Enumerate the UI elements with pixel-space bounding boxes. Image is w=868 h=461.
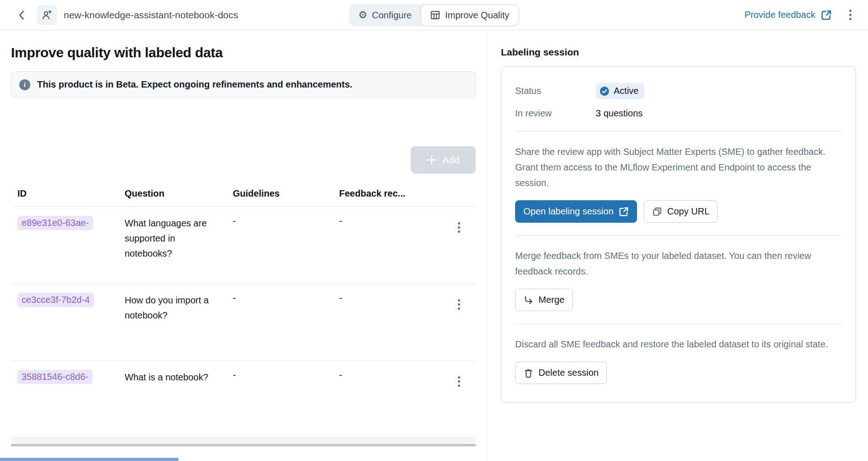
row-feedback: - <box>339 216 448 226</box>
questions-table: ID Question Guidelines Feedback rec... e… <box>11 188 476 446</box>
content-area: Improve quality with labeled data i This… <box>0 30 868 461</box>
status-badge: Active <box>596 83 644 99</box>
table-row[interactable]: e89e31e0-63ae- What languages are suppor… <box>11 207 476 284</box>
agent-icon-chip <box>37 5 57 25</box>
external-link-icon <box>619 207 629 217</box>
divider <box>515 324 842 324</box>
row-question: How do you import a notebook? <box>125 293 233 323</box>
labeling-session-card: Status Active In review 3 questions <box>501 66 856 403</box>
row-guidelines: - <box>233 293 339 303</box>
add-button[interactable]: Add <box>411 146 476 174</box>
provide-feedback-label: Provide feedback <box>744 10 815 20</box>
row-id-link[interactable]: ce3cce3f-7b2d-4 <box>17 293 94 307</box>
in-review-label: In review <box>515 108 596 119</box>
copy-icon <box>652 207 662 217</box>
row-id-link[interactable]: 35881546-c8d6- <box>17 370 93 384</box>
column-header-id: ID <box>17 188 125 199</box>
column-header-guidelines: Guidelines <box>233 188 339 199</box>
page-title: Improve quality with labeled data <box>11 45 476 60</box>
row-id-link[interactable]: e89e31e0-63ae- <box>17 216 93 230</box>
delete-session-label: Delete session <box>538 368 599 378</box>
share-description: Share the review app with Subject Matter… <box>515 144 842 191</box>
share-actions: Open labeling session Copy URL <box>515 200 842 223</box>
external-link-icon <box>821 10 832 21</box>
merge-button[interactable]: Merge <box>515 289 573 311</box>
column-header-question: Question <box>125 188 233 199</box>
overflow-menu-button[interactable] <box>846 6 855 24</box>
divider <box>515 235 842 236</box>
tab-configure[interactable]: ⚙ Configure <box>349 4 421 26</box>
page-horizontal-scrollbar-thumb[interactable] <box>0 458 179 461</box>
row-guidelines: - <box>233 216 339 226</box>
provide-feedback-link[interactable]: Provide feedback <box>744 10 832 21</box>
row-guidelines: - <box>233 370 339 380</box>
row-question: What languages are supported in notebook… <box>125 216 233 261</box>
gear-icon: ⚙ <box>358 10 368 20</box>
merge-description: Merge feedback from SMEs to your labeled… <box>515 248 842 279</box>
row-feedback: - <box>339 293 448 303</box>
view-segmented-control: ⚙ Configure Improve Quality <box>349 4 519 26</box>
merge-arrow-icon <box>523 295 533 305</box>
open-labeling-session-button[interactable]: Open labeling session <box>515 200 637 223</box>
page-breadcrumb-title: new-knowledge-assistant-notebook-docs <box>64 10 238 21</box>
row-actions-menu-button[interactable] <box>454 219 464 236</box>
chevron-left-icon <box>17 10 26 20</box>
in-review-row: In review 3 questions <box>515 108 842 119</box>
table-row[interactable]: ce3cce3f-7b2d-4 How do you import a note… <box>11 284 476 361</box>
labeling-session-pane: Labeling session Status Active <box>487 30 868 461</box>
back-button[interactable] <box>14 7 29 23</box>
session-panel-title: Labeling session <box>501 47 856 58</box>
open-labeling-session-label: Open labeling session <box>523 206 614 217</box>
copy-url-button[interactable]: Copy URL <box>644 200 718 223</box>
plus-icon <box>427 155 437 165</box>
header-actions: Provide feedback <box>744 6 855 24</box>
tab-configure-label: Configure <box>372 10 412 21</box>
status-value: Active <box>614 86 638 96</box>
row-question: What is a notebook? <box>125 370 233 385</box>
status-label: Status <box>515 86 596 96</box>
labeled-data-pane: Improve quality with labeled data i This… <box>0 30 487 461</box>
top-header: new-knowledge-assistant-notebook-docs ⚙ … <box>0 0 868 30</box>
table-toolbar: Add <box>11 146 476 174</box>
check-circle-icon <box>599 86 610 96</box>
table-header-row: ID Question Guidelines Feedback rec... <box>11 188 476 207</box>
table-horizontal-scrollbar[interactable] <box>11 438 476 446</box>
trash-icon <box>523 368 533 378</box>
divider <box>515 131 842 132</box>
table-icon <box>430 10 440 20</box>
merge-button-label: Merge <box>538 295 565 305</box>
add-button-label: Add <box>442 154 459 165</box>
tab-improve-quality[interactable]: Improve Quality <box>421 4 519 26</box>
row-actions-menu-button[interactable] <box>454 373 464 390</box>
user-plus-icon <box>41 9 53 21</box>
copy-url-label: Copy URL <box>667 206 709 217</box>
table-row[interactable]: 35881546-c8d6- What is a notebook? - - <box>11 361 476 438</box>
status-row: Status Active <box>515 83 842 99</box>
discard-description: Discard all SME feedback and restore the… <box>515 336 842 352</box>
beta-banner: i This product is in Beta. Expect ongoin… <box>11 71 476 98</box>
tab-improve-quality-label: Improve Quality <box>445 10 509 21</box>
row-actions-menu-button[interactable] <box>454 296 464 313</box>
in-review-value: 3 questions <box>596 108 842 119</box>
beta-banner-text: This product is in Beta. Expect ongoing … <box>37 79 352 90</box>
row-feedback: - <box>339 370 448 380</box>
page: new-knowledge-assistant-notebook-docs ⚙ … <box>0 0 868 461</box>
delete-session-button[interactable]: Delete session <box>515 362 607 384</box>
info-icon: i <box>19 79 30 90</box>
column-header-feedback: Feedback rec... <box>339 188 448 199</box>
